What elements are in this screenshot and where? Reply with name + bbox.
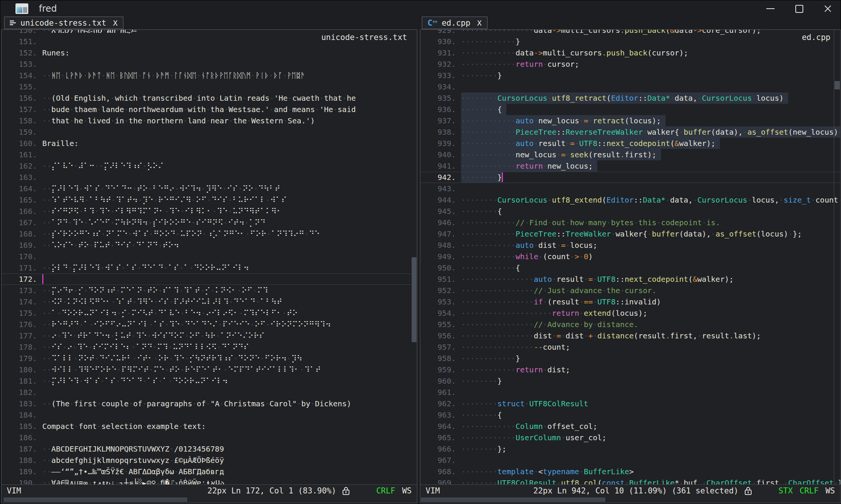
line-number: 942. — [420, 172, 461, 183]
line-number: 177. — [2, 330, 42, 341]
selection: ············new_locus·=·seek(result.firs… — [461, 149, 661, 160]
code-line: 170. — [2, 251, 417, 262]
code-line: 949.············while·(count·>·0) — [420, 251, 840, 262]
line-number: 934. — [420, 81, 461, 92]
maximize-button[interactable] — [795, 4, 804, 13]
tab-close-icon[interactable]: X — [477, 18, 482, 28]
code-line: 946.············//·Find·out·how·many·byt… — [420, 217, 840, 228]
code-line: 178.··⠊⠎·⠔·⠹⠑·⠎⠊⠍⠊⠇⠑⠆·⠁⠝⠙·⠍⠹·⠥⠝⠙⠁⠇⠇⠪⠫·⠙⠁… — [2, 341, 417, 353]
line-number: 157. — [2, 104, 42, 115]
code-line: 937.············auto·new_locus·=·retract… — [420, 115, 840, 126]
line-number: 947. — [420, 228, 461, 240]
text-area[interactable]: unicode-stress.txt 150.··እግርህን·በፍራሽህ·ልክ·… — [2, 30, 417, 484]
code-line: 188.··abcdefghijklmnopqrstuvwxyz·£©µÀÆÖÞ… — [2, 455, 417, 466]
code-line: 935.········CursorLocus·utf8_retract(Edi… — [420, 92, 840, 104]
code-line: 174.··⠪⠝·⠅⠝⠪⠇⠫⠛⠑⠂·⠱⠁⠞·⠹⠻⠑·⠊⠎·⠏⠜⠞⠊⠊⠥⠇⠜⠇⠹·… — [2, 296, 417, 307]
code-line: 936.········{ — [420, 104, 840, 115]
line-number: 941. — [420, 160, 461, 172]
status-bar: VIM 22px Ln 172, Col 1 (83.90%) CRLFWS — [2, 484, 417, 497]
tab-ed-cpp[interactable]: C++ ed.cpp X — [422, 17, 487, 29]
code-line: 163. — [2, 172, 417, 183]
code-line: 158.··that·he·lived·in·the·northern·land… — [2, 115, 417, 126]
line-number: 961. — [420, 387, 461, 398]
editor-mode: VIM — [426, 486, 440, 495]
cursor-position: 22px Ln 942, Col 10 (11.09%) (361 select… — [534, 486, 739, 495]
status-bar: VIM 22px Ln 942, Col 10 (11.09%) (361 se… — [420, 484, 840, 497]
line-number: 159. — [2, 126, 42, 138]
line-number: 968. — [420, 466, 461, 477]
code-line: 155. — [2, 81, 417, 92]
code-line: 184. — [2, 409, 417, 421]
line-number: 184. — [2, 409, 42, 421]
h-scrollbar[interactable] — [420, 497, 840, 503]
text-area[interactable]: ed.cpp 929.················data->multi_c… — [420, 30, 840, 484]
status-flag: WS — [826, 486, 835, 495]
code-line: 154.··ᚻᛖ·ᚳᚹᚫᚦ·ᚦᚫᛏ·ᚻᛖ·ᛒᚢᛞᛖ·ᚩᚾ·ᚦᚫᛗ·ᛚᚪᚾᛞᛖ·ᚾ… — [2, 70, 417, 81]
line-number: 962. — [420, 398, 461, 409]
code-line: 933.········} — [420, 70, 840, 81]
h-scrollbar-thumb[interactable] — [421, 498, 605, 502]
code-line: 932.············return·cursor; — [420, 58, 840, 70]
code-line: 963.········{ — [420, 409, 840, 421]
code-line: 165.··⠱⠁⠞⠑⠧⠻·⠁⠃⠳⠞·⠹⠁⠞⠲·⡹⠑·⠗⠑⠛⠊⠌⠻·⠕⠋·⠙⠊⠎·… — [2, 194, 417, 206]
line-number: 175. — [2, 307, 42, 319]
code-line: 951.················auto·result·=·UTF8::… — [420, 274, 840, 285]
code-line: 939.············auto·result·=·UTF8::next… — [420, 138, 840, 149]
line-number: 151. — [2, 36, 42, 47]
code-line: 959.············return·dist; — [420, 364, 840, 375]
tab-close-icon[interactable]: X — [113, 18, 118, 28]
line-number: 944. — [420, 194, 461, 206]
code-line: 183.··(The·first·couple·of·paragraphs·of… — [2, 398, 417, 409]
code-lines: 150.··እግርህን·በፍራሽህ·ልክ·ዘርጋ።151.152.Runes:1… — [2, 30, 417, 484]
code-line: 171.··⡕⠇⠙·⡍⠜⠇⠑⠹·⠺⠁⠎·⠁⠎·⠙⠑⠁⠙·⠁⠎·⠁·⠙⠕⠕⠗⠤⠝⠁… — [2, 262, 417, 274]
lock-icon[interactable] — [342, 486, 350, 496]
code-line: 947.············PieceTree::TreeWalker·wa… — [420, 228, 840, 240]
close-icon — [824, 5, 832, 13]
line-number: 959. — [420, 364, 461, 375]
selection: ············return·new_locus; — [461, 160, 597, 172]
line-number: 169. — [2, 240, 42, 251]
code-line: 182. — [2, 387, 417, 398]
line-number: 951. — [420, 274, 461, 285]
h-scrollbar-thumb[interactable] — [4, 498, 187, 502]
text-cursor — [502, 172, 503, 182]
line-number: 167. — [2, 217, 42, 228]
window-controls — [766, 4, 841, 13]
line-number: 152. — [2, 47, 42, 58]
window-title: fred — [39, 3, 57, 14]
status-flag: WS — [402, 486, 412, 495]
code-line: 940.············new_locus·=·seek(result.… — [420, 149, 840, 160]
line-number: 178. — [2, 341, 42, 353]
line-number: 940. — [420, 149, 461, 160]
code-line: 185.Compact·font·selection·example·text: — [2, 421, 417, 432]
close-button[interactable] — [823, 4, 832, 13]
code-line: 173.··⡍⠔⠙⠖·⡊·⠙⠕⠝⠰⠞·⠍⠑⠁⠝·⠞⠕·⠎⠁⠹·⠹⠁⠞·⡊·⠅⠝⠪… — [2, 285, 417, 296]
cpp-file-icon: C++ — [427, 19, 437, 27]
line-number: 186. — [2, 432, 42, 443]
code-line: 187.··ABCDEFGHIJKLMNOPQRSTUVWXYZ·/012345… — [2, 443, 417, 455]
minimize-button[interactable] — [766, 4, 775, 13]
line-number: 964. — [420, 421, 461, 432]
code-line: 958.············} — [420, 353, 840, 364]
line-number: 966. — [420, 443, 461, 455]
line-number: 183. — [2, 398, 42, 409]
code-line: 942.········} — [420, 172, 840, 183]
lock-icon[interactable] — [744, 486, 752, 496]
code-line: 945.········{ — [420, 206, 840, 217]
code-line: 179.··⠩⠁⠇⠇·⠝⠕⠞·⠙⠊⠌⠥⠗⠃·⠊⠞⠂·⠕⠗·⠹⠑·⡊⠳⠝⠞⠗⠹⠰⠎… — [2, 353, 417, 364]
code-line: 153. — [2, 58, 417, 70]
v-scrollbar-thumb[interactable] — [412, 257, 417, 342]
tab-unicode-stress-txt[interactable]: unicode-stress.txt X — [4, 17, 123, 29]
h-scrollbar[interactable] — [2, 497, 417, 503]
v-scrollbar[interactable] — [834, 30, 840, 484]
line-number: 158. — [2, 115, 42, 126]
v-scrollbar-thumb[interactable] — [835, 81, 840, 89]
code-line: 168.··⡎⠊⠗⠕⠕⠛⠑⠰⠎·⠝⠁⠍⠑·⠺⠁⠎·⠛⠕⠕⠙·⠥⠏⠕⠝·⠰⡡⠁⠝⠛… — [2, 228, 417, 240]
code-line: 160.Braille: — [2, 138, 417, 149]
selection: ········} — [461, 172, 502, 183]
line-number: 164. — [2, 183, 42, 194]
selection: ········{ — [461, 104, 506, 115]
code-line: 952.················//·Just·advance·the·… — [420, 285, 840, 296]
status-flag: CRLF — [376, 486, 395, 495]
line-number: 965. — [420, 432, 461, 443]
